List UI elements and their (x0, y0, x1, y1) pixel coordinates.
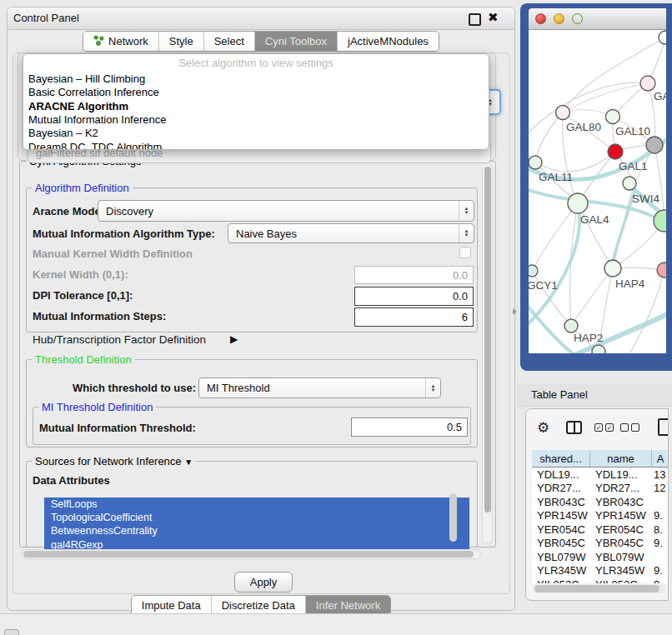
table-cell[interactable]: 9. (654, 564, 669, 578)
network-node-gal80[interactable] (556, 106, 570, 120)
network-node-gal8[interactable] (640, 76, 655, 91)
mi-steps-field[interactable]: 6 (354, 308, 474, 327)
select-all-icon[interactable]: ✓ (594, 423, 603, 432)
table-cell[interactable]: YDR27... (595, 482, 652, 496)
algorithm-option-bayesian-hill-climbing[interactable]: Bayesian – Hill Climbing (28, 72, 145, 85)
table-cell[interactable]: YBR045C (595, 537, 652, 551)
select-all-icon-2[interactable]: ✓ (605, 423, 614, 432)
network-node-y[interactable] (657, 262, 666, 278)
aracne-mode-combo[interactable]: Discovery ▲▼ (98, 200, 474, 222)
network-canvas[interactable]: GAL8GAL80GAL10GAL1GAL11SWI4GAL4GCY1HAP4Y… (529, 30, 666, 353)
table-cell[interactable]: YDL19... (595, 468, 652, 482)
table-cell[interactable] (654, 495, 669, 509)
table-cell[interactable]: YDL19... (537, 468, 590, 482)
expand-right-icon[interactable]: ▶ (230, 333, 238, 345)
attribute-item-betweennesscentrality[interactable]: BetweennessCentrality (44, 524, 469, 538)
table-cell[interactable]: 9. (654, 509, 669, 523)
attribute-item-topologicalcoefficient[interactable]: TopologicalCoefficient (44, 511, 469, 524)
network-edge[interactable] (563, 38, 665, 112)
table-cell[interactable]: 12 (654, 482, 669, 496)
settings-hscrollbar-thumb[interactable] (23, 551, 474, 558)
attribute-item-selfloops[interactable]: SelfLoops (44, 498, 469, 511)
table-cell[interactable]: YDR27... (537, 482, 590, 496)
bottom-tab-impute-data[interactable]: Impute Data (132, 596, 211, 615)
close-icon[interactable]: ✖ (488, 10, 499, 25)
table-cell[interactable]: YLR345W (595, 564, 652, 578)
network-node-gal1[interactable] (608, 144, 623, 159)
column-header-a[interactable]: A (652, 450, 669, 468)
table-hscrollbar-thumb[interactable] (534, 585, 659, 592)
network-node-gal10[interactable] (606, 110, 620, 124)
zoom-traffic-light-icon[interactable] (572, 13, 583, 24)
network-node[interactable] (659, 31, 666, 44)
column-header-shared[interactable]: shared... (532, 450, 590, 468)
column-header-name[interactable]: name (590, 450, 652, 468)
network-edge[interactable] (571, 268, 613, 326)
data-attributes-list[interactable]: SelfLoopsTopologicalCoefficientBetweenne… (44, 498, 469, 552)
table-cell[interactable]: 9 (654, 578, 669, 583)
algorithm-option-bayesian-k2[interactable]: Bayesian – K2 (28, 127, 98, 139)
network-node-hap4[interactable] (604, 260, 621, 277)
algorithm-option-aracne-algorithm[interactable]: ARACNE Algorithm (28, 100, 128, 112)
table-horizontal-scrollbar[interactable] (533, 584, 666, 593)
network-node-gal11[interactable] (529, 156, 542, 169)
network-node-gcy1[interactable] (529, 265, 538, 277)
file-icon[interactable] (658, 418, 669, 436)
table-cell[interactable]: YER054C (595, 522, 652, 537)
minimize-traffic-light-icon[interactable] (554, 13, 564, 24)
table-cell[interactable]: YBL079W (595, 550, 652, 564)
table-cell[interactable]: YBR043C (595, 495, 652, 509)
tab-select[interactable]: Select (203, 32, 254, 51)
bottom-tab-discretize-data[interactable]: Discretize Data (211, 596, 305, 615)
bottom-tab-infer-network[interactable]: Infer Network (305, 596, 390, 615)
network-node[interactable] (592, 345, 605, 353)
settings-horizontal-scrollbar[interactable] (21, 549, 481, 559)
corner-button[interactable] (4, 629, 19, 635)
manual-kernel-checkbox[interactable] (459, 247, 471, 258)
control-panel-titlebar[interactable]: Control Panel ✖ (8, 8, 514, 30)
mi-threshold-field[interactable]: 0.5 (351, 418, 468, 437)
deselect-all-icon[interactable] (620, 423, 629, 432)
algorithm-option-basic-correlation-inference[interactable]: Basic Correlation Inference (28, 86, 159, 98)
deselect-all-icon-2[interactable] (631, 423, 639, 432)
settings-vertical-scrollbar[interactable] (482, 162, 493, 544)
network-edge[interactable] (570, 203, 578, 326)
table-cell[interactable]: YBR043C (537, 495, 590, 509)
table-cell[interactable]: YIL052C (595, 578, 652, 583)
network-edge[interactable] (535, 152, 615, 172)
close-traffic-light-icon[interactable] (535, 13, 546, 24)
table-cell[interactable]: YLR345W (537, 564, 590, 578)
float-icon[interactable] (469, 13, 481, 26)
mi-type-combo[interactable]: Naive Bayes ▲▼ (228, 223, 474, 243)
network-node-gal4[interactable] (568, 193, 588, 213)
network-node-swi4[interactable] (623, 177, 636, 190)
kernel-width-field[interactable]: 0.0 (354, 266, 474, 284)
splitpane-collapse-icon[interactable] (513, 308, 517, 315)
network-window-titlebar[interactable] (529, 8, 666, 30)
table-cell[interactable]: YIL052C (537, 578, 590, 583)
dpi-tolerance-field[interactable]: 0.0 (354, 287, 474, 306)
tab-style[interactable]: Style (158, 32, 203, 51)
table-cell[interactable]: 8. (654, 522, 669, 537)
tab-network[interactable]: Network (83, 32, 158, 51)
network-node[interactable] (646, 137, 663, 153)
algorithm-option-mutual-information-inference[interactable]: Mutual Information Inference (28, 113, 166, 126)
tab-jactivemnodules[interactable]: jActiveMNodules (337, 32, 439, 51)
network-edge[interactable] (535, 112, 563, 162)
table-cell[interactable] (654, 550, 669, 564)
attributes-scrollbar-thumb[interactable] (449, 493, 457, 542)
table-panel-bar[interactable]: Table Panel (517, 383, 672, 407)
table-cell[interactable]: 9. (654, 537, 669, 551)
columns-icon[interactable] (566, 421, 582, 434)
collapse-down-icon[interactable]: ▼ (184, 458, 193, 467)
which-threshold-combo[interactable]: MI Threshold ▲▼ (198, 378, 441, 398)
hub-definition-label[interactable]: Hub/Transcription Factor Definition (33, 333, 206, 346)
gear-icon[interactable]: ⚙ (537, 419, 549, 437)
table-cell[interactable]: YBL079W (537, 550, 590, 564)
algorithm-option-dream8-dc-tdc-algorithm[interactable]: Dream8 DC_TDC Algorithm (28, 141, 162, 151)
table-cell[interactable]: YPR145W (537, 509, 590, 523)
apply-button[interactable]: Apply (234, 572, 293, 592)
table-cell[interactable]: YPR145W (595, 509, 652, 523)
network-node[interactable] (654, 210, 666, 232)
tab-cyni-toolbox[interactable]: Cyni Toolbox (254, 32, 337, 51)
